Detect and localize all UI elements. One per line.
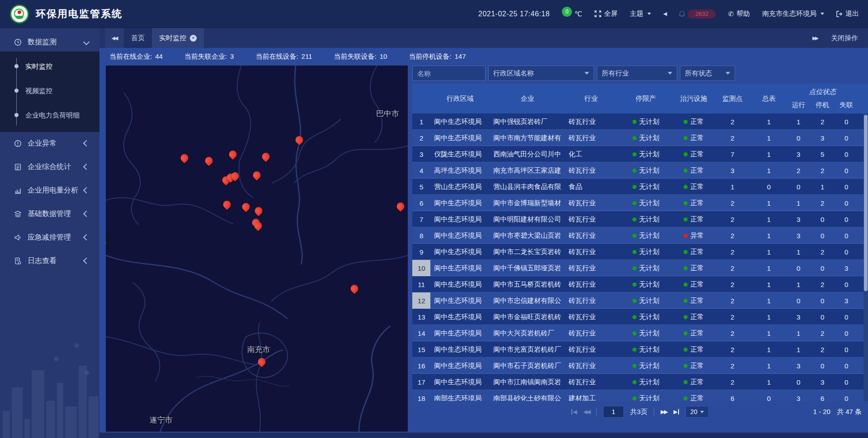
cell-meter-count: 1 <box>752 309 786 325</box>
table-row[interactable]: 16 阆中生态环境局 阆中市石子页岩机砖厂 砖瓦行业 无计划 正常 <box>412 358 868 374</box>
theme-dropdown[interactable]: 主题 <box>630 9 651 18</box>
cell-meter-count: 1 <box>752 325 786 341</box>
table-row[interactable]: 6 阆中生态环境局 阆中市金博瑞新型墙材 砖瓦行业 无计划 正常 <box>412 195 868 211</box>
sidebar-item-emergency-reduction[interactable]: 应急减排管理 <box>0 226 99 249</box>
org-dropdown[interactable]: 南充市生态环境局 <box>762 9 824 18</box>
table-row[interactable]: 17 阆中生态环境局 阆中市江南镇阆南页岩 砖瓦行业 无计划 正常 <box>412 374 868 390</box>
table-row[interactable]: 1 阆中生态环境局 阆中强锐页岩砖厂 砖瓦行业 无计划 正常 <box>412 113 868 130</box>
cell-halt-count: 2 <box>811 195 834 211</box>
table-row[interactable]: 18 南部生态环境局 南部县砂化土砂有限公 建材加工 无计划 正常 <box>412 390 868 401</box>
cell-stop-status: 无计划 <box>618 292 675 309</box>
cell-industry: 砖瓦行业 <box>565 244 618 260</box>
sound-mute-icon[interactable]: ◀ <box>663 11 667 17</box>
table-row[interactable]: 9 阆中生态环境局 阆中市二龙长宝页岩砖 砖瓦行业 无计划 正常 <box>412 244 868 260</box>
pagination-bar: ◀ ◀◀ 共3页 ▶▶ ▶ 20 1 - 20 共 47 条 <box>412 403 868 421</box>
name-search-input[interactable] <box>412 66 486 81</box>
first-page-button[interactable]: ◀ <box>571 409 577 415</box>
cell-lost-count: 0 <box>834 341 859 358</box>
page-size-select[interactable]: 20 <box>685 406 709 418</box>
chevron-left-icon <box>83 211 90 217</box>
scroll-tabs-left-button[interactable]: ◀◀ <box>105 28 124 48</box>
table-row[interactable]: 15 阆中生态环境局 阆中市光富页岩机砖厂 砖瓦行业 无计划 正常 <box>412 341 868 358</box>
datetime-label: 2021-02-25 17:46:18 <box>478 10 550 18</box>
sidebar-item-data-monitor[interactable]: 数据监测 <box>0 33 99 52</box>
cell-district: 阆中生态环境局 <box>430 292 490 309</box>
logout-button[interactable]: 退出 <box>836 9 859 18</box>
alarm-counter[interactable]: 2632 <box>679 9 716 19</box>
sidebar-item-log-view[interactable]: 日志查看 <box>0 250 99 272</box>
table-row[interactable]: 14 阆中生态环境局 阆中大兴页岩机砖厂 砖瓦行业 无计划 正常 <box>412 325 868 341</box>
cell-industry: 砖瓦行业 <box>565 260 618 276</box>
table-row[interactable]: 8 阆中生态环境局 阆中市枣碧大梁山页岩 砖瓦行业 无计划 异常 <box>412 227 868 244</box>
scroll-tabs-right-button[interactable]: ▶▶ <box>812 35 817 41</box>
cell-halt-count: 0 <box>811 260 834 276</box>
sidebar-item-realtime-monitor[interactable]: 实时监控 <box>0 54 99 79</box>
sidebar-item-video-monitor[interactable]: 视频监控 <box>0 79 99 103</box>
tab-realtime-monitor[interactable]: 实时监控 ✕ <box>152 28 204 48</box>
page-number-input[interactable] <box>603 406 624 418</box>
temperature-value: 0 <box>562 7 572 17</box>
stat-label: 当前在线设备: <box>255 52 298 61</box>
status-dot-icon <box>632 364 637 368</box>
status-select[interactable]: 所有状态 <box>680 66 735 81</box>
cell-row-number: 12 <box>412 292 430 309</box>
megaphone-icon <box>14 233 22 241</box>
industry-select[interactable]: 所有行业 <box>597 66 677 81</box>
cell-halt-count: 0 <box>811 358 834 374</box>
table-row[interactable]: 2 阆中生态环境局 阆中市南方节能建材有 砖瓦行业 无计划 正常 <box>412 130 868 146</box>
cell-facility-status: 正常 <box>675 130 713 146</box>
table-row[interactable]: 13 阆中生态环境局 阆中市金福旺页岩机砖 砖瓦行业 无计划 正常 <box>412 309 868 325</box>
sidebar-item-basic-data[interactable]: 基础数据管理 <box>0 203 99 225</box>
cell-company: 阆中千佛镇五郎垭页岩 <box>490 260 565 276</box>
help-button[interactable]: ✆ 帮助 <box>728 9 750 18</box>
tab-home[interactable]: 首页 <box>124 28 152 48</box>
close-operations-button[interactable]: 关闭操作 <box>831 34 858 42</box>
table-row[interactable]: 3 仪陇生态环境局 西南油气田分公司川中 化工 无计划 正常 <box>412 146 868 162</box>
table-row[interactable]: 12 阆中生态环境局 阆中市忠信建材有限公 砖瓦行业 无计划 正常 <box>412 292 868 309</box>
bell-icon <box>679 11 685 17</box>
cell-facility-status: 正常 <box>675 113 713 130</box>
collapse-map-handle[interactable]: ◀ <box>106 234 108 250</box>
cell-halt-count: 0 <box>811 292 834 309</box>
cell-run-count: 1 <box>786 113 811 130</box>
scrollbar-thumb[interactable] <box>864 115 868 291</box>
cell-monitor-count: 2 <box>713 292 752 309</box>
last-page-button[interactable]: ▶ <box>674 409 679 415</box>
cell-run-count: 1 <box>786 276 811 292</box>
status-dot-icon <box>632 169 637 173</box>
cell-halt-count: 0 <box>811 227 834 244</box>
next-page-button[interactable]: ▶▶ <box>660 409 667 415</box>
cell-stop-status: 无计划 <box>618 113 675 130</box>
close-tab-icon[interactable]: ✕ <box>190 35 197 42</box>
cell-district: 阆中生态环境局 <box>430 374 490 390</box>
cell-run-count: 3 <box>786 358 811 374</box>
cell-meter-count: 1 <box>752 130 786 146</box>
table-row[interactable]: 7 阆中生态环境局 阆中明阳建材有限公司 砖瓦行业 无计划 正常 <box>412 211 868 227</box>
region-select[interactable]: 行政区域名称 <box>488 66 594 81</box>
table-scrollbar[interactable] <box>863 113 868 401</box>
chevron-down-icon <box>726 72 730 75</box>
table-row[interactable]: 4 高坪生态环境局 南充市高坪区王家店建 砖瓦行业 无计划 正常 <box>412 162 868 179</box>
cell-district: 阆中生态环境局 <box>430 195 490 211</box>
chevron-down-icon <box>83 39 90 45</box>
table-row[interactable]: 10 阆中生态环境局 阆中千佛镇五郎垭页岩 砖瓦行业 无计划 正常 <box>412 260 868 276</box>
table-row[interactable]: 11 阆中生态环境局 阆中市五马桥页岩机砖 砖瓦行业 无计划 正常 <box>412 276 868 292</box>
cell-row-number: 6 <box>412 195 430 211</box>
sidebar-item-enterprise-statistics[interactable]: 企业综合统计 <box>0 155 99 178</box>
cell-row-number: 9 <box>412 244 430 260</box>
sidebar-item-power-analysis[interactable]: 企业用电量分析 <box>0 179 99 202</box>
cell-company: 阆中市南方节能建材有 <box>490 130 565 146</box>
cell-stop-status: 无计划 <box>618 211 675 227</box>
sidebar-item-power-load-detail[interactable]: 企业电力负荷明细 <box>0 103 99 127</box>
cell-company: 阆中市光富页岩机砖厂 <box>490 341 565 358</box>
cell-industry: 砖瓦行业 <box>565 341 618 358</box>
stat-item: 当前失联设备: 10 <box>334 52 387 61</box>
fullscreen-button[interactable]: 全屏 <box>594 9 618 18</box>
table-row[interactable]: 5 营山生态环境局 营山县润丰肉食品有限 食品 无计划 正常 <box>412 179 868 195</box>
stat-value: 147 <box>455 52 466 61</box>
prev-page-button[interactable]: ◀◀ <box>583 409 590 415</box>
app-window: 环保用电监管系统 2021-02-25 17:46:18 0 ℃ 全屏 主题 ◀ <box>0 0 868 438</box>
map-panel[interactable]: 巴中市 南充市 遂宁市 <box>106 66 408 432</box>
sidebar-item-enterprise-abnormal[interactable]: 企业异常 <box>0 132 99 155</box>
layers-icon <box>14 210 22 218</box>
